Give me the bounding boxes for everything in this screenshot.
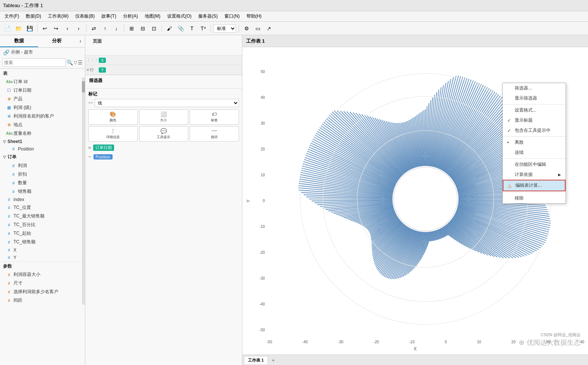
toolbar-annotate[interactable]: 📎 (176, 24, 186, 33)
ctx-continuous[interactable]: 连续 (503, 147, 566, 158)
data-source[interactable]: 🔗 示例 - 超市 (0, 48, 85, 57)
bottom-tab-sheet1[interactable]: 工作表 1 (244, 356, 268, 364)
left-panel-collapse[interactable]: ‹ (76, 35, 85, 47)
toolbar-forward[interactable]: › (74, 24, 83, 33)
ctx-format[interactable]: 设置格式... (503, 105, 566, 115)
toolbar-fit-dropdown[interactable]: 标准 (214, 24, 236, 33)
scroll-indicator[interactable] (82, 77, 85, 305)
marks-btn-path[interactable]: 〰 路径 (190, 126, 239, 142)
menu-format[interactable]: 设置格式(O) (164, 12, 195, 20)
ctx-edit-table-calc[interactable]: △ 编辑表计算... (503, 180, 566, 191)
ctx-show-title[interactable]: ✓ 显示标题 (503, 115, 566, 125)
field-item-tc-pct[interactable]: # TC_百分比 (0, 220, 82, 229)
toolbar-save[interactable]: 💾 (25, 24, 34, 33)
menu-help[interactable]: 帮助(H) (244, 12, 265, 20)
toolbar-open[interactable]: 📁 (13, 24, 23, 33)
toolbar-fit2[interactable]: ⊟ (138, 24, 148, 33)
field-item-param4[interactable]: # 间距 (0, 296, 82, 305)
worksheet-header: 工作表 1 (242, 35, 588, 47)
field-item-orderdate[interactable]: ☐ 订单日期 (0, 86, 82, 95)
ctx-filter[interactable]: 筛选器... (503, 83, 566, 93)
marks-pill-position[interactable]: Position (94, 154, 113, 159)
ctx-discrete[interactable]: • 离散 (503, 137, 566, 147)
marks-pill-orderdate[interactable]: 订单日期 (93, 145, 114, 151)
field-item-param3[interactable]: # 选择利润前多少名客户 (0, 288, 82, 296)
field-item-index[interactable]: # index (0, 196, 82, 203)
y-tick-40: 40 (261, 95, 265, 100)
toolbar-sort-desc[interactable]: ↓ (111, 24, 121, 33)
watermark-text: 优阅达大数据生态 (527, 338, 581, 347)
ctx-include-tooltip[interactable]: ✓ 包含在工具提示中 (503, 125, 566, 136)
field-item-discount[interactable]: # 折扣 (0, 170, 82, 179)
bottom-tab-add[interactable]: + (269, 356, 278, 364)
ctx-computed-using[interactable]: 计算依据 ▶ (503, 170, 566, 180)
toolbar-fix[interactable]: ⊡ (149, 24, 159, 33)
marks-btn-size[interactable]: ⬜ 大小 (139, 109, 189, 125)
field-item-y[interactable]: # Y (0, 254, 82, 261)
toolbar-new[interactable]: 📄 (2, 24, 12, 33)
tab-analysis[interactable]: 分析 (38, 35, 76, 47)
ctx-check-discrete: • (507, 140, 512, 145)
shelf-cols-pill-x[interactable]: X (99, 58, 106, 63)
marks-btn-tooltip[interactable]: 💬 工具提示 (139, 126, 189, 142)
ctx-show-filter[interactable]: 显示筛选器 (503, 93, 566, 103)
marks-btn-color[interactable]: 🎨 颜色 (88, 109, 138, 125)
toolbar-share[interactable]: ⚙ (242, 24, 251, 33)
menu-data[interactable]: 数据(D) (23, 12, 44, 20)
marks-type-dropdown[interactable]: 线 (95, 99, 239, 107)
field-item-profit-level[interactable]: ▦ 利润 (级) (0, 103, 82, 112)
menu-dashboard[interactable]: 仪表板(B) (72, 12, 98, 20)
fields-menu-icon[interactable]: ☰ (78, 60, 83, 66)
menu-file[interactable]: 文件(F) (1, 12, 22, 20)
field-item-param2[interactable]: # 尺寸 (0, 279, 82, 288)
field-item-top-customers[interactable]: ⊕ 利润排名前列的客户 (0, 112, 82, 121)
menu-window[interactable]: 窗口(N) (221, 12, 243, 20)
toolbar-redo[interactable]: ↪ (51, 24, 61, 33)
search-icon[interactable]: 🔍 (67, 60, 73, 66)
marks-btn-label[interactable]: 🏷 标签 (190, 109, 239, 125)
ctx-arrow-computed-using: ▶ (558, 173, 561, 177)
toolbar-swap[interactable]: ⇄ (89, 24, 99, 33)
toolbar-publish[interactable]: ↗ (264, 24, 274, 33)
field-item-location[interactable]: ⊕ 地点 (0, 121, 82, 129)
toolbar-undo[interactable]: ↩ (40, 24, 50, 33)
field-item-param1[interactable]: # 利润容器大小 (0, 270, 82, 279)
search-input[interactable] (2, 58, 66, 67)
x-tick-m40: -40 (302, 340, 307, 344)
toolbar-label[interactable]: Tᵃ (198, 24, 208, 33)
field-item-sales[interactable]: # 销售额 (0, 187, 82, 196)
ctx-remove[interactable]: 移除 (503, 193, 566, 203)
field-item-tc-pos[interactable]: # TC_位置 (0, 203, 82, 212)
ctx-edit-in-shelf[interactable]: 在功能区中编辑 (503, 159, 566, 170)
toolbar-sort-asc[interactable]: ↑ (100, 24, 110, 33)
field-item-tc-maxsales[interactable]: # TC_最大销售额 (0, 212, 82, 220)
field-item-profit[interactable]: # 利润 (0, 161, 82, 170)
toolbar-highlight[interactable]: 🖌 (165, 24, 174, 33)
field-item-quantity[interactable]: # 数量 (0, 179, 82, 187)
toolbar-present[interactable]: ▭ (253, 24, 263, 33)
group-orders[interactable]: ▽ 订单 (0, 153, 82, 161)
menu-analysis[interactable]: 分析(A) (120, 12, 141, 20)
field-item-tc-start[interactable]: # TC_起始 (0, 229, 82, 238)
field-item-product[interactable]: ⊕ 产品 (0, 95, 82, 103)
menu-worksheet[interactable]: 工作表(W) (45, 12, 71, 20)
menu-story[interactable]: 故事(T) (98, 12, 119, 20)
menu-server[interactable]: 服务器(S) (195, 12, 221, 20)
tab-data[interactable]: 数据 (0, 35, 38, 47)
group-sheet1[interactable]: ▽ Sheet1 (0, 138, 82, 145)
field-item-tc-sales[interactable]: # TC_销售额 (0, 238, 82, 246)
menu-map[interactable]: 地图(M) (142, 12, 163, 20)
field-item-position1[interactable]: # Position (0, 145, 82, 153)
field-item-x[interactable]: # X (0, 246, 82, 254)
field-item-orderid[interactable]: Abc 订单 Id (0, 77, 82, 86)
group-orders-label: 订单 (7, 154, 16, 160)
toolbar-fit[interactable]: ⊞ (127, 24, 137, 33)
field-icon-param1: # (6, 273, 12, 277)
field-item-measure-name[interactable]: Abc 度量名称 (0, 129, 82, 138)
filter-icon[interactable]: ▽ (74, 60, 77, 65)
path-icon: 〰 (212, 128, 217, 134)
marks-btn-detail[interactable]: ⋮ 详细信息 (88, 126, 138, 142)
toolbar-back[interactable]: ‹ (62, 24, 72, 33)
shelf-rows-pill-y[interactable]: Y (99, 67, 106, 73)
toolbar-tooltip[interactable]: T (187, 24, 197, 33)
